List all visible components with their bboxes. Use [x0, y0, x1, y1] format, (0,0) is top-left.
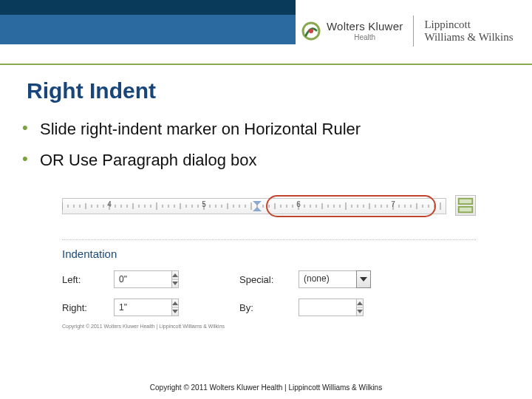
right-indent-label: Right: [62, 302, 114, 313]
svg-marker-71 [360, 277, 367, 282]
brand-right-line1: Lippincott [424, 18, 513, 31]
bullet-item: OR Use Paragraph dialog box [22, 145, 516, 176]
brand-panel: Wolters Kluwer Health Lippincott William… [296, 0, 532, 62]
spinner-down-icon[interactable] [172, 280, 178, 288]
left-indent-input[interactable] [114, 270, 171, 288]
bullet-item: Slide right-indent marker on Horizontal … [22, 114, 516, 145]
ruler-number: 5 [202, 200, 206, 208]
brand-right: Lippincott Williams & Wilkins [424, 18, 513, 44]
horizontal-ruler[interactable]: 4 5 6 7 [62, 194, 476, 219]
brand-right-line2: Williams & Wilkins [424, 31, 513, 44]
view-ruler-button[interactable] [455, 195, 476, 216]
figure-tiny-copyright: Copyright © 2011 Wolters Kluwer Health |… [62, 324, 476, 329]
svg-marker-74 [357, 301, 363, 305]
svg-rect-67 [459, 199, 473, 204]
chevron-down-icon[interactable] [356, 270, 371, 288]
svg-marker-72 [172, 301, 178, 305]
slide-title: Right Indent [27, 78, 516, 103]
right-indent-input[interactable] [114, 299, 171, 316]
right-indent-spinner[interactable] [114, 299, 179, 316]
svg-rect-68 [459, 207, 473, 212]
special-indent-label: Special: [239, 274, 299, 285]
special-indent-select[interactable]: (none) [299, 270, 371, 288]
svg-marker-70 [172, 282, 178, 285]
spinner-down-icon[interactable] [172, 308, 178, 316]
spinner-up-icon[interactable] [172, 271, 178, 280]
brand-main-text: Wolters Kluwer [327, 21, 403, 33]
by-indent-label: By: [239, 302, 299, 313]
brand-divider [413, 16, 414, 47]
right-indent-marker-icon[interactable] [253, 201, 262, 211]
indentation-panel: Indentation Left: Special: (none) Right: [62, 239, 476, 329]
figure: 4 5 6 7 Indentation Left: [62, 194, 476, 329]
ruler-number: 6 [296, 200, 301, 208]
svg-marker-73 [172, 310, 178, 313]
svg-point-1 [309, 29, 313, 33]
header-band: Wolters Kluwer Health Lippincott William… [0, 0, 532, 65]
ruler-number: 7 [391, 200, 395, 208]
left-indent-label: Left: [62, 274, 114, 285]
panel-section-title: Indentation [62, 248, 476, 260]
bullet-list: Slide right-indent marker on Horizontal … [22, 114, 516, 176]
left-indent-spinner[interactable] [114, 270, 179, 288]
by-indent-spinner[interactable] [299, 299, 364, 316]
by-indent-input[interactable] [299, 299, 356, 316]
spinner-down-icon[interactable] [357, 308, 363, 316]
wolters-kluwer-logo-icon [301, 21, 321, 41]
ruler-number: 4 [107, 200, 112, 208]
footer-copyright: Copyright © 2011 Wolters Kluwer Health |… [0, 383, 532, 392]
special-indent-value: (none) [299, 270, 356, 288]
header-underline [0, 64, 532, 65]
spinner-up-icon[interactable] [172, 299, 178, 308]
svg-marker-69 [172, 273, 178, 277]
brand-left: Wolters Kluwer Health [301, 21, 413, 41]
svg-marker-75 [357, 310, 363, 313]
spinner-up-icon[interactable] [357, 299, 363, 308]
brand-sub-text: Health [354, 34, 375, 42]
